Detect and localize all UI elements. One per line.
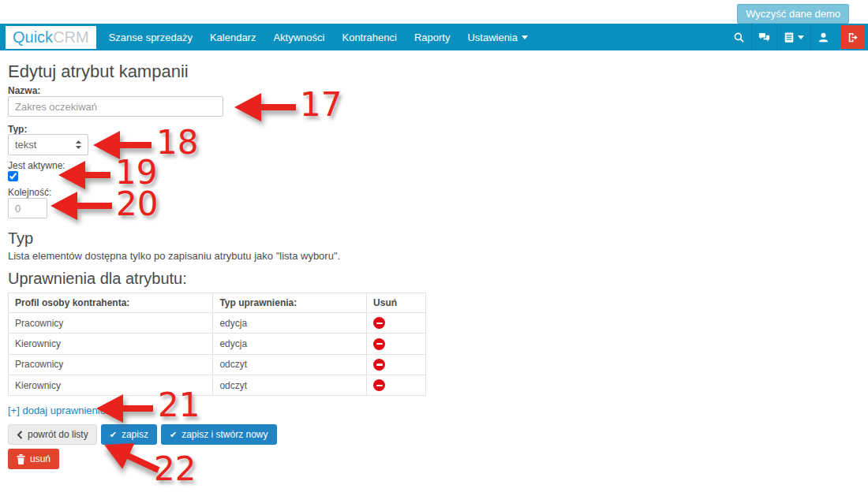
column-delete: Usuń [367,293,426,313]
main-menu: Szanse sprzedaży Kalendarz Aktywności Ko… [100,24,537,50]
app-window: Wyczyść dane demo QuickCRM Szanse sprzed… [0,0,868,496]
permissions-table: Profil osoby kontrahenta: Typ uprawnieni… [8,293,426,396]
remove-permission-icon[interactable] [373,338,385,350]
cell-permission: edycja [213,334,367,354]
annotation-arrow-19 [58,159,112,191]
cell-profile: Kierownicy [9,334,213,354]
nav-item-szanse-sprzedazy[interactable]: Szanse sprzedaży [100,24,201,50]
cell-permission: odczyt [213,375,367,395]
active-label: Jest aktywne: [8,160,65,171]
save-and-new-button[interactable]: ✔ zapisz i stwórz nowy [161,424,277,445]
nav-item-ustawienia-label: Ustawienia [467,32,518,43]
top-navbar: QuickCRM Szanse sprzedaży Kalendarz Akty… [0,24,868,50]
cell-delete [367,354,426,375]
add-permission-link[interactable]: [+] dodaj uprawnienie [8,405,106,416]
nav-item-kontrahenci[interactable]: Kontrahenci [333,24,405,50]
search-icon[interactable] [727,24,751,50]
delete-label: usuń [30,453,51,464]
main-content: Edytuj atrybut kampanii Nazwa: Typ: teks… [0,50,868,496]
table-row: Kierownicy edycja [9,334,426,354]
messages-icon[interactable] [751,24,776,50]
annotation-number-21: 21 [158,389,200,422]
cell-profile: Pracownicy [9,354,213,375]
remove-permission-icon[interactable] [373,379,385,391]
annotation-number-20: 20 [116,188,158,221]
remove-permission-icon[interactable] [373,317,385,329]
clear-demo-data-button[interactable]: Wyczyść dane demo [737,4,849,24]
chevron-down-icon [522,35,528,39]
annotation-number-22: 22 [154,453,196,486]
table-header-row: Profil osoby kontrahenta: Typ uprawnieni… [9,293,426,313]
table-row: Pracownicy edycja [9,313,426,334]
check-icon: ✔ [170,431,177,439]
type-section-note: Lista elementów dostępna tylko po zapisa… [8,250,340,262]
column-profile: Profil osoby kontrahenta: [9,293,213,313]
annotation-arrow-17 [234,91,297,123]
chevron-down-icon [798,35,804,39]
action-buttons-row: powrót do listy ✔ zapisz ✔ zapisz i stwó… [8,424,277,445]
name-input[interactable] [8,96,223,117]
logo-text-crm: CRM [53,28,89,47]
navbar-icon-group [727,24,868,50]
delete-button[interactable]: usuń [8,449,59,469]
permissions-heading: Uprawnienia dla atrybutu: [8,270,187,288]
type-section-heading: Typ [8,229,33,248]
logout-icon [847,32,859,43]
nav-item-ustawienia[interactable]: Ustawienia [458,24,537,50]
annotation-arrow-21 [96,393,155,424]
delete-button-row: usuń [8,449,59,469]
permissions-tbody: Pracownicy edycja Kierownicy edycja Prac… [9,313,426,396]
app-logo[interactable]: QuickCRM [6,26,96,49]
cell-permission: odczyt [213,354,367,375]
table-row: Kierownicy odczyt [9,375,426,395]
nav-item-kalendarz[interactable]: Kalendarz [201,24,265,50]
page-title: Edytuj atrybut kampanii [8,62,189,82]
annotation-number-17: 17 [300,88,342,121]
trash-icon [17,454,25,464]
chevron-left-icon [17,431,23,439]
type-select-value: tekst [15,139,76,151]
back-to-list-button[interactable]: powrót do listy [8,424,97,445]
order-label: Kolejność: [8,187,51,198]
logo-text-quick: Quick [13,28,53,47]
nav-item-raporty[interactable]: Raporty [406,24,459,50]
user-icon[interactable] [810,24,836,50]
order-input[interactable] [8,198,47,218]
save-and-new-label: zapisz i stwórz nowy [181,429,268,440]
cell-permission: edycja [213,313,367,334]
active-checkbox[interactable] [8,171,18,181]
name-label: Nazwa: [8,85,40,96]
type-select[interactable]: tekst [8,134,88,155]
cell-profile: Pracownicy [9,313,213,334]
back-to-list-label: powrót do listy [28,429,88,440]
cell-delete [367,375,426,395]
tasks-icon[interactable] [776,24,810,50]
cell-delete [367,334,426,354]
annotation-arrow-20 [51,190,114,222]
remove-permission-icon[interactable] [373,359,385,371]
select-spinner-icon [76,140,81,149]
nav-item-aktywnosci[interactable]: Aktywności [264,24,333,50]
annotation-number-18: 18 [156,126,198,159]
cell-delete [367,313,426,334]
logout-button[interactable] [840,25,865,49]
type-label: Typ: [8,124,27,135]
table-row: Pracownicy odczyt [9,354,426,375]
column-permission: Typ uprawnienia: [213,293,367,313]
